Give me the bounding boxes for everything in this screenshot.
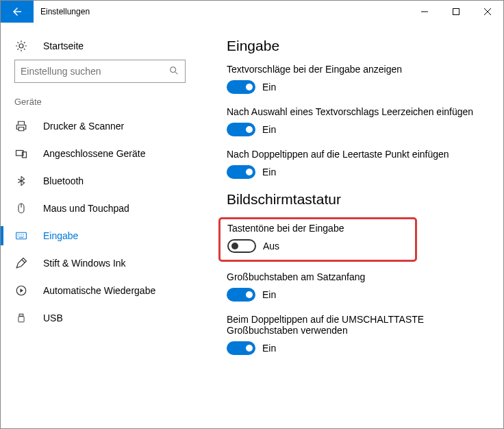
setting-capitalize: Großbuchstaben am Satzanfang Ein [227,271,484,302]
gear-icon [14,39,28,53]
svg-rect-0 [453,9,459,15]
toggle-row: Ein [227,341,484,355]
sidebar-item-label: Angeschlossene Geräte [43,148,145,159]
sidebar-item-label: USB [43,312,63,323]
close-button[interactable] [472,1,503,23]
back-button[interactable] [1,1,34,23]
setting-add-period: Nach Doppeltippen auf die Leertaste Punk… [227,149,484,179]
setting-shift-caps: Beim Doppeltippen auf die UMSCHALTTASTE … [227,314,484,355]
toggle-capitalize[interactable] [227,288,255,302]
back-arrow-icon [11,5,23,18]
sidebar-home-label: Startseite [43,40,84,51]
search-input[interactable] [21,66,168,77]
toggle-row: Ein [227,123,484,136]
sidebar-item-label: Bluetooth [43,175,84,186]
toggle-state: Ein [262,167,276,177]
sidebar-item-label: Drucker & Scanner [43,121,124,132]
sidebar-item-connected-devices[interactable]: Angeschlossene Geräte [1,140,199,167]
setting-key-sounds: Tastentöne bei der Eingabe Aus [227,223,408,253]
toggle-state: Ein [262,82,276,93]
search-box[interactable] [14,60,186,83]
toggle-state: Ein [262,289,276,300]
sidebar-item-mouse[interactable]: Maus und Touchpad [1,195,199,222]
mouse-icon [14,201,28,215]
sidebar-item-autoplay[interactable]: Automatische Wiedergabe [1,277,199,304]
keyboard-icon [14,229,28,243]
sidebar-item-bluetooth[interactable]: Bluetooth [1,167,199,195]
svg-point-1 [171,66,176,72]
svg-rect-5 [16,232,27,238]
sidebar-item-printers[interactable]: Drucker & Scanner [1,112,199,140]
sidebar-item-pen[interactable]: Stift & Windows Ink [1,249,199,277]
search-icon [168,65,179,78]
usb-icon [14,311,28,325]
setting-label: Beim Doppeltippen auf die UMSCHALTTASTE … [227,314,484,336]
bluetooth-icon [14,174,28,188]
section-title-typing: Eingabe [227,38,484,54]
maximize-icon [453,8,459,15]
autoplay-icon [14,284,28,297]
sidebar: Startseite Geräte Drucker & Scanner Ange… [1,23,199,428]
sidebar-group-header: Geräte [1,90,199,112]
toggle-add-space[interactable] [227,123,255,136]
window-body: Startseite Geräte Drucker & Scanner Ange… [1,23,503,428]
svg-rect-8 [18,317,24,322]
window-controls [409,1,503,23]
toggle-key-sounds[interactable] [227,239,256,253]
minimize-button[interactable] [409,1,440,23]
sidebar-home[interactable]: Startseite [1,32,199,60]
setting-text-suggestions: Textvorschläge bei der Eingabe anzeigen … [227,64,484,94]
sidebar-item-label: Eingabe [43,230,78,241]
setting-label: Textvorschläge bei der Eingabe anzeigen [227,64,484,75]
devices-icon [14,147,28,160]
close-icon [484,8,491,15]
toggle-shift-caps[interactable] [227,341,255,355]
sidebar-item-label: Automatische Wiedergabe [43,285,155,296]
setting-label: Nach Auswahl eines Textvorschlags Leerze… [227,106,484,117]
sidebar-item-label: Maus und Touchpad [43,203,129,214]
toggle-state: Aus [263,241,279,252]
toggle-state: Ein [262,124,276,135]
search-wrap [1,60,199,90]
toggle-row: Ein [227,80,484,94]
titlebar: Einstellungen [1,1,503,23]
pen-icon [14,256,28,270]
printer-icon [14,119,28,133]
setting-label: Nach Doppeltippen auf die Leertaste Punk… [227,149,484,160]
maximize-button[interactable] [440,1,472,23]
setting-label: Tastentöne bei der Eingabe [227,223,408,234]
svg-rect-7 [19,314,23,317]
highlight-box: Tastentöne bei der Eingabe Aus [218,217,417,262]
toggle-row: Ein [227,165,484,179]
toggle-row: Ein [227,288,484,302]
setting-add-space: Nach Auswahl eines Textvorschlags Leerze… [227,106,484,136]
content-area: Eingabe Textvorschläge bei der Eingabe a… [199,23,503,428]
sidebar-item-typing[interactable]: Eingabe [1,222,199,249]
minimize-icon [421,8,428,15]
sidebar-item-usb[interactable]: USB [1,304,199,332]
window-title: Einstellungen [34,1,409,23]
settings-window: Einstellungen Startseite Geräte Drucker … [0,0,504,429]
toggle-add-period[interactable] [227,165,255,179]
toggle-text-suggestions[interactable] [227,80,255,94]
toggle-row: Aus [227,239,408,253]
sidebar-item-label: Stift & Windows Ink [43,258,126,269]
toggle-state: Ein [262,343,276,354]
setting-label: Großbuchstaben am Satzanfang [227,271,484,282]
section-title-touch-keyboard: Bildschirmtastatur [227,191,484,208]
